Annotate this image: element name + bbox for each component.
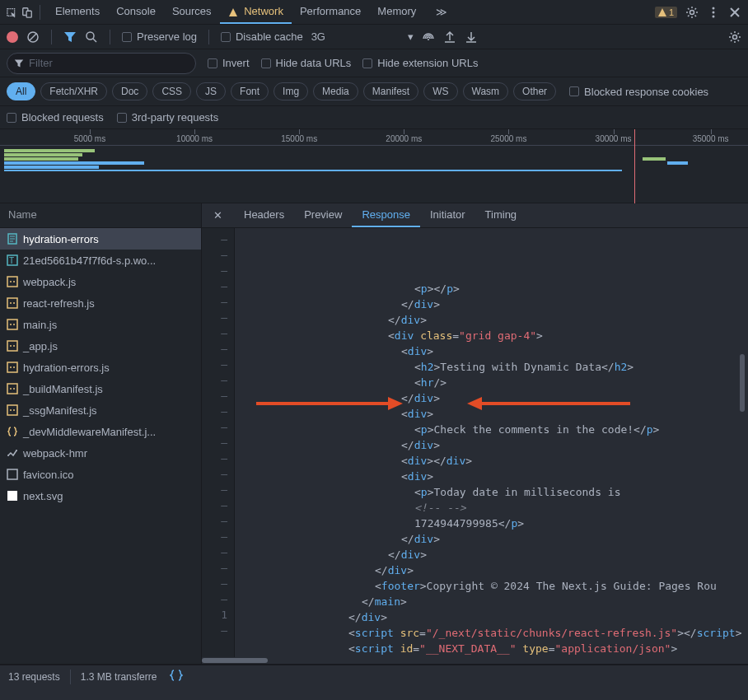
code-line[interactable]: </div> [243, 296, 748, 312]
invert-checkbox[interactable]: Invert [208, 57, 250, 69]
svg-point-28 [13, 366, 15, 368]
code-line[interactable]: </div> [243, 312, 748, 328]
third-party-checkbox[interactable]: 3rd-party requests [117, 111, 219, 124]
type-pill-font[interactable]: Font [231, 82, 269, 100]
code-line[interactable]: <script id="__NEXT_DATA__" type="applica… [243, 641, 748, 656]
type-pill-doc[interactable]: Doc [112, 82, 147, 100]
code-line[interactable]: <h2>Testing with Dynamic Data</h2> [243, 359, 748, 375]
code-line[interactable]: <div> [243, 343, 748, 359]
code-line[interactable]: </div> [243, 547, 748, 562]
close-devtools-icon[interactable] [728, 6, 741, 19]
settings-icon[interactable] [685, 6, 699, 19]
horizontal-scrollbar[interactable] [202, 657, 748, 664]
code-line[interactable]: <footer>Copyright © 2024 The Next.js Gui… [243, 578, 748, 594]
more-tabs-button[interactable]: ≫ [428, 1, 456, 23]
type-pill-media[interactable]: Media [313, 82, 358, 100]
svg-rect-29 [7, 384, 17, 394]
request-item[interactable]: _ssgManifest.js [0, 399, 201, 421]
type-pill-manifest[interactable]: Manifest [363, 82, 418, 100]
tab-memory[interactable]: Memory [369, 0, 424, 24]
preserve-log-checkbox[interactable]: Preserve log [122, 30, 197, 43]
main-tabs: ElementsConsoleSources NetworkPerformanc… [47, 0, 424, 24]
request-item[interactable]: main.js [0, 314, 201, 335]
request-item[interactable]: favicon.ico [0, 464, 201, 485]
request-item[interactable]: _buildManifest.js [0, 378, 201, 399]
network-conditions-icon[interactable] [422, 30, 435, 44]
pretty-print-icon[interactable] [170, 669, 183, 684]
type-pill-css[interactable]: CSS [152, 82, 191, 100]
svg-point-24 [10, 345, 12, 347]
request-item[interactable]: hydration-errors.js [0, 357, 201, 378]
detail-tab-preview[interactable]: Preview [294, 203, 352, 227]
kebab-menu-icon[interactable] [707, 6, 720, 19]
request-detail-pane: ✕ HeadersPreviewResponseInitiatorTiming … [202, 203, 748, 664]
vertical-scrollbar[interactable] [740, 222, 746, 667]
code-line[interactable]: </div> [243, 437, 748, 453]
request-item[interactable]: T21ed5661b47f7f6d-s.p.wo... [0, 250, 201, 271]
blocked-cookies-checkbox[interactable]: Blocked response cookies [569, 86, 708, 98]
tab-network[interactable]: Network [220, 0, 292, 24]
code-line[interactable]: 1724944799985</p> [243, 516, 748, 531]
request-item[interactable]: react-refresh.js [0, 292, 201, 314]
request-item[interactable]: hydration-errors [0, 228, 201, 250]
issues-badge[interactable]: 1 [655, 7, 677, 18]
network-settings-icon[interactable] [728, 30, 741, 44]
throttling-select[interactable]: 3G [311, 30, 325, 43]
tab-elements[interactable]: Elements [47, 0, 108, 24]
blocked-requests-checkbox[interactable]: Blocked requests [7, 111, 104, 124]
code-line[interactable]: <div> [243, 406, 748, 422]
code-line[interactable]: <div> [243, 469, 748, 484]
code-line[interactable]: <div class="grid gap-4"> [243, 328, 748, 343]
request-item[interactable]: next.svg [0, 485, 201, 506]
request-item[interactable]: webpack.js [0, 271, 201, 292]
request-item[interactable]: webpack-hmr [0, 442, 201, 464]
type-pill-all[interactable]: All [7, 82, 35, 100]
type-pill-ws[interactable]: WS [423, 82, 457, 100]
import-har-icon[interactable] [465, 30, 478, 44]
detail-tab-headers[interactable]: Headers [234, 203, 294, 227]
inspect-icon[interactable] [7, 7, 18, 18]
filter-input[interactable]: Filter [7, 53, 196, 74]
column-header-name[interactable]: Name [0, 203, 201, 228]
tab-console[interactable]: Console [108, 0, 164, 24]
hide-data-urls-checkbox[interactable]: Hide data URLs [261, 57, 352, 69]
code-line[interactable]: </div> [243, 390, 748, 406]
code-line[interactable]: <div></div> [243, 453, 748, 469]
code-line[interactable]: </main> [243, 594, 748, 609]
code-line[interactable]: <p>Check the comments in the code!</p> [243, 422, 748, 437]
device-toggle-icon[interactable] [21, 7, 33, 18]
type-pill-img[interactable]: Img [273, 82, 308, 100]
detail-tab-timing[interactable]: Timing [475, 203, 527, 227]
svg-point-16 [13, 281, 15, 282]
tab-performance[interactable]: Performance [292, 0, 369, 24]
code-line[interactable]: <p></p> [243, 281, 748, 296]
close-detail-icon[interactable]: ✕ [205, 209, 231, 222]
type-pill-fetch-xhr[interactable]: Fetch/XHR [40, 82, 107, 100]
type-pill-other[interactable]: Other [513, 82, 556, 100]
throttle-caret-icon[interactable]: ▾ [408, 30, 414, 43]
code-line[interactable]: <p>Today date in milliseconds is [243, 484, 748, 500]
detail-tab-response[interactable]: Response [352, 203, 420, 227]
tab-sources[interactable]: Sources [164, 0, 220, 24]
search-icon[interactable] [85, 30, 98, 44]
filter-icon[interactable] [63, 30, 77, 44]
code-line[interactable]: </div> [243, 609, 748, 625]
hide-extension-urls-checkbox[interactable]: Hide extension URLs [362, 57, 478, 69]
request-item[interactable]: _app.js [0, 335, 201, 357]
code-line[interactable]: </div> [243, 531, 748, 547]
type-pill-js[interactable]: JS [196, 82, 226, 100]
response-body[interactable]: ————————————————————————1— <p></p></div>… [202, 228, 748, 657]
detail-tab-initiator[interactable]: Initiator [420, 203, 475, 227]
request-item[interactable]: _devMiddlewareManifest.j... [0, 421, 201, 442]
code-line[interactable]: </div> [243, 562, 748, 578]
type-pill-wasm[interactable]: Wasm [463, 82, 509, 100]
svg-point-8 [86, 32, 94, 40]
code-line[interactable]: <script src="/_next/static/chunks/react-… [243, 625, 748, 641]
clear-button[interactable] [26, 30, 40, 44]
code-line[interactable]: <hr/> [243, 375, 748, 390]
code-line[interactable]: <!-- --> [243, 500, 748, 516]
export-har-icon[interactable] [443, 30, 456, 44]
disable-cache-checkbox[interactable]: Disable cache [221, 30, 303, 43]
network-timeline[interactable]: 5000 ms10000 ms15000 ms20000 ms25000 ms3… [0, 129, 748, 203]
record-button[interactable] [7, 31, 18, 43]
